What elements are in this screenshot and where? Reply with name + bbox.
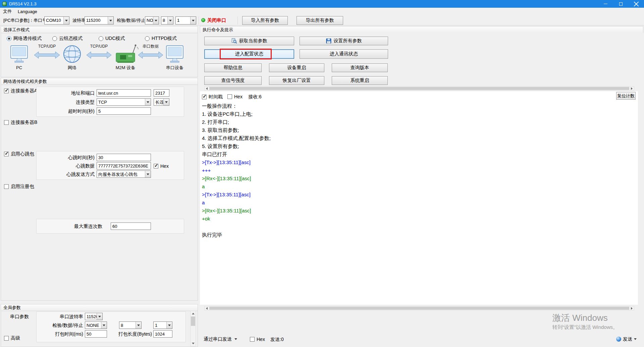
pc-label: PC [16, 65, 22, 70]
scroll-right-icon[interactable] [630, 87, 634, 90]
global-stopbits-select[interactable]: 1 [153, 321, 172, 329]
chevron-down-icon[interactable] [145, 171, 151, 178]
scroll-right-icon[interactable] [630, 306, 634, 310]
log-line: 2. 打开串口; [202, 118, 631, 126]
hb-hex-checkbox[interactable]: Hex [154, 163, 169, 169]
log-line: >[Tx->][13:35:11][asc] [202, 158, 631, 166]
scroll-left-icon[interactable] [205, 87, 209, 90]
server-b-label: 连接服务器B [11, 119, 37, 126]
timeout-input[interactable] [97, 107, 151, 115]
system-reboot-label: 系统重启 [351, 78, 369, 84]
scroll-up-icon[interactable] [191, 311, 196, 316]
mode-radio-httpd[interactable]: HTTPD模式 [145, 36, 177, 42]
maximize-button[interactable] [613, 0, 629, 8]
timestamp-label: 时间戳 [209, 94, 223, 100]
chevron-down-icon[interactable] [108, 17, 113, 24]
scroll-down-icon[interactable] [191, 341, 196, 346]
stopbits-value: 1 [176, 17, 190, 24]
global-baud-select[interactable]: 115200 [85, 313, 103, 320]
chevron-down-icon[interactable] [63, 17, 69, 24]
scrollbar-thumb[interactable] [209, 307, 629, 310]
enter-comm-button[interactable]: 进入通讯状态 [300, 49, 388, 59]
reset-count-button[interactable]: 复位计数 [616, 92, 636, 100]
pack-len-input[interactable] [153, 330, 172, 338]
set-params-button[interactable]: 设置所有参数 [300, 37, 388, 45]
server-a-port-input[interactable] [154, 89, 169, 97]
reboot-device-button[interactable]: 设备重启 [269, 63, 324, 72]
server-a-checkbox[interactable]: 连接服务器A [4, 88, 37, 94]
import-params-button[interactable]: 导入所有参数 [242, 16, 288, 25]
system-reboot-button[interactable]: 系统重启 [332, 76, 388, 85]
factory-reset-button[interactable]: 恢复出厂设置 [269, 76, 324, 85]
send-hex-checkbox[interactable]: Hex [250, 337, 265, 342]
get-params-button[interactable]: 获取当前参数 [204, 37, 294, 45]
help-button[interactable]: 帮助信息 [204, 63, 262, 72]
pack-time-input[interactable] [85, 330, 107, 338]
chevron-down-icon[interactable] [101, 322, 107, 329]
global-parity-select[interactable]: NONE [85, 321, 107, 329]
query-signal-button[interactable]: 查信号强度 [204, 76, 262, 85]
databits-value: 8 [161, 17, 167, 24]
scroll-left-icon[interactable] [205, 306, 209, 310]
server-a-address-input[interactable] [97, 89, 151, 97]
global-parity-value: NONE [85, 322, 101, 329]
recv-hex-checkbox[interactable]: Hex [227, 94, 243, 99]
query-version-button[interactable]: 查询版本 [332, 63, 388, 72]
send-via-serial-dropdown[interactable]: 通过串口发送 [201, 335, 240, 343]
menu-file[interactable]: 文件 [0, 8, 15, 15]
log-top-scrollbar[interactable] [204, 86, 634, 91]
server-b-checkbox[interactable]: 连接服务器B [4, 119, 37, 126]
stopbits-select[interactable]: 1 [175, 16, 196, 24]
log-area[interactable]: 一般操作流程：1. 设备连PC串口,上电;2. 打开串口;3. 获取当前参数;4… [202, 102, 631, 239]
close-port-button[interactable]: 关闭串口 [207, 15, 226, 26]
parity-data-stop-label: 检验/数据/停止 [117, 15, 145, 26]
menu-bar: 文件 Language [0, 8, 644, 15]
conn-type-select[interactable]: TCP [97, 98, 151, 106]
chevron-down-icon[interactable] [136, 322, 141, 329]
chevron-down-icon[interactable] [167, 17, 173, 24]
enter-config-button[interactable]: 进入配置状态 [204, 49, 294, 59]
send-button[interactable]: 发送 [613, 335, 640, 343]
mode-radio-label: UDC模式 [105, 36, 125, 42]
hb-mode-select[interactable]: 向服务器发送心跳包 [97, 170, 151, 178]
app-window: { "window": { "title": "DR514 V2.1.3" },… [0, 0, 644, 347]
chevron-down-icon[interactable] [163, 99, 169, 105]
scrollbar-thumb[interactable] [191, 316, 195, 326]
scrollbar-thumb[interactable] [209, 87, 629, 90]
advanced-checkbox[interactable]: 高级 [4, 335, 20, 341]
windows-activation-watermark: 激活 Windows [552, 312, 608, 324]
mode-radio-udc[interactable]: UDC模式 [99, 36, 125, 42]
com-port-select[interactable]: COM10 [44, 16, 69, 24]
databits-select[interactable]: 8 [161, 16, 173, 24]
global-databits-select[interactable]: 8 [119, 321, 142, 329]
baud-select[interactable]: 115200 [85, 16, 114, 24]
minimize-button[interactable] [598, 0, 613, 8]
chevron-down-icon[interactable] [153, 17, 159, 24]
window-title: DR514 V2.1.3 [9, 1, 37, 6]
chevron-down-icon[interactable] [97, 313, 102, 320]
close-button[interactable] [629, 0, 644, 8]
timestamp-checkbox[interactable]: 时间戳 [202, 94, 223, 100]
mode-radio-cloud[interactable]: 云组态模式 [52, 36, 83, 42]
chevron-down-icon[interactable] [145, 99, 151, 105]
heartbeat-checkbox[interactable]: 启用心跳包 [4, 151, 34, 157]
log-line: a [202, 199, 631, 207]
register-label: 启用注册包 [11, 184, 34, 190]
left-vertical-scrollbar[interactable] [190, 311, 196, 346]
mode-radio-transparent[interactable]: 网络透传模式 [7, 36, 42, 42]
parity-select[interactable]: NONI [145, 16, 159, 24]
recv-count: 接收:6 [248, 94, 262, 100]
log-bottom-scrollbar[interactable] [204, 306, 634, 310]
reconnect-input[interactable] [111, 222, 151, 230]
query-signal-label: 查信号强度 [221, 78, 245, 84]
export-params-button[interactable]: 导出所有参数 [297, 16, 343, 25]
hb-time-input[interactable] [97, 154, 151, 161]
chevron-down-icon[interactable] [166, 322, 172, 329]
menu-language[interactable]: Language [15, 8, 40, 15]
hb-data-input[interactable] [97, 162, 151, 169]
set-params-icon [326, 38, 331, 44]
chevron-down-icon[interactable] [190, 17, 196, 24]
conn-keep-select[interactable]: 长连 [154, 98, 169, 106]
register-checkbox[interactable]: 启用注册包 [4, 184, 34, 190]
hb-time-label: 心跳时间(秒) [50, 154, 95, 161]
